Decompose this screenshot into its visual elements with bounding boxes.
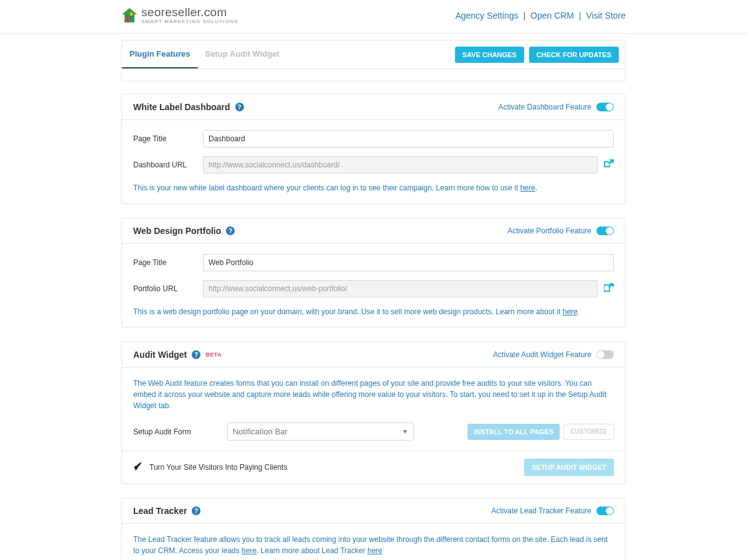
portfolio-activate-label: Activate Portfolio Feature: [507, 226, 591, 235]
dashboard-url-input: [203, 156, 598, 174]
link-open-crm[interactable]: Open CRM: [530, 11, 574, 21]
audit-activate-toggle[interactable]: [596, 350, 614, 359]
brand-tagline: SMART MARKETING SOLUTIONS: [141, 19, 238, 24]
lead-learn-link[interactable]: here: [367, 546, 382, 555]
portfolio-title: Web Design Portfolio: [133, 226, 221, 236]
dashboard-activate-toggle[interactable]: [596, 103, 614, 111]
audit-form-label: Setup Audit Form: [133, 427, 191, 436]
portfolio-page-title-input[interactable]: [203, 254, 614, 271]
portfolio-url-input: [203, 280, 598, 297]
beta-badge: BETA: [205, 352, 222, 358]
portfolio-activate-toggle[interactable]: [596, 226, 614, 235]
customize-button[interactable]: CUSTOMIZE: [563, 424, 614, 440]
portfolio-learn-link[interactable]: here: [563, 307, 578, 316]
rocket-icon: [133, 461, 143, 474]
dashboard-title: White Label Dashboard: [133, 102, 230, 112]
dashboard-learn-link[interactable]: here: [520, 184, 535, 192]
external-link-icon[interactable]: [604, 283, 614, 294]
lead-activate-label: Activate Lead Tracker Feature: [491, 506, 591, 515]
link-visit-store[interactable]: Visit Store: [586, 11, 626, 21]
audit-activate-label: Activate Audit Widget Feature: [493, 350, 591, 359]
tab-setup-audit-widget[interactable]: Setup Audit Widget: [198, 40, 287, 68]
help-icon[interactable]: ?: [192, 506, 200, 515]
audit-form-select[interactable]: Notification Bar ▼: [227, 422, 414, 441]
save-changes-button[interactable]: SAVE CHANGES: [455, 47, 524, 63]
svg-marker-0: [122, 8, 137, 22]
house-icon: [121, 7, 138, 24]
lead-activate-toggle[interactable]: [596, 506, 614, 515]
lead-access-link[interactable]: here: [242, 546, 256, 555]
audit-title: Audit Widget: [133, 350, 187, 360]
svg-rect-4: [604, 285, 609, 291]
top-nav: Agency Settings | Open CRM | Visit Store: [455, 11, 626, 21]
portfolio-url-label: Portfolio URL: [133, 284, 203, 293]
dashboard-page-title-label: Page Title: [133, 134, 203, 143]
audit-footer-text: Turn Your Site Visitors Into Paying Clie…: [149, 463, 287, 472]
lead-title: Lead Tracker: [133, 506, 187, 516]
card-audit-widget: Audit Widget ? BETA Activate Audit Widge…: [121, 342, 626, 484]
tab-bar: Plugin Features Setup Audit Widget SAVE …: [121, 40, 626, 69]
check-updates-button[interactable]: CHECK FOR UPDATES: [529, 47, 619, 63]
dashboard-url-label: Dashboard URL: [133, 161, 203, 169]
dashboard-activate-label: Activate Dashboard Feature: [499, 103, 591, 111]
external-link-icon[interactable]: [604, 159, 614, 170]
card-web-design-portfolio: Web Design Portfolio ? Activate Portfoli…: [121, 218, 626, 328]
tab-plugin-features[interactable]: Plugin Features: [122, 40, 198, 68]
help-icon[interactable]: ?: [226, 226, 235, 235]
install-all-pages-button[interactable]: INSTALL TO ALL PAGES: [467, 424, 560, 440]
help-icon[interactable]: ?: [192, 350, 200, 359]
setup-audit-widget-button[interactable]: SETUP AUDIT WIDGET: [524, 459, 614, 476]
chevron-down-icon: ▼: [402, 428, 408, 435]
svg-rect-1: [126, 16, 129, 22]
audit-description: The Web Audit feature creates forms that…: [133, 378, 614, 411]
portfolio-description: This is a web design portfolio page on y…: [133, 306, 614, 317]
card-lead-tracker: Lead Tracker ? Activate Lead Tracker Fea…: [121, 498, 626, 560]
dashboard-description: This is your new white label dashboard w…: [133, 182, 614, 194]
lead-description: The Lead Tracker feature allows you to t…: [133, 534, 614, 556]
dashboard-page-title-input[interactable]: [203, 130, 614, 147]
link-agency-settings[interactable]: Agency Settings: [455, 11, 518, 21]
card-white-label-dashboard: White Label Dashboard ? Activate Dashboa…: [121, 94, 626, 204]
brand-logo: seoreseller.com SMART MARKETING SOLUTION…: [121, 6, 238, 24]
svg-rect-3: [130, 12, 133, 16]
brand-name: seoreseller.com: [141, 6, 238, 18]
help-icon[interactable]: ?: [235, 103, 244, 111]
svg-rect-2: [130, 16, 133, 19]
portfolio-page-title-label: Page Title: [133, 258, 203, 267]
